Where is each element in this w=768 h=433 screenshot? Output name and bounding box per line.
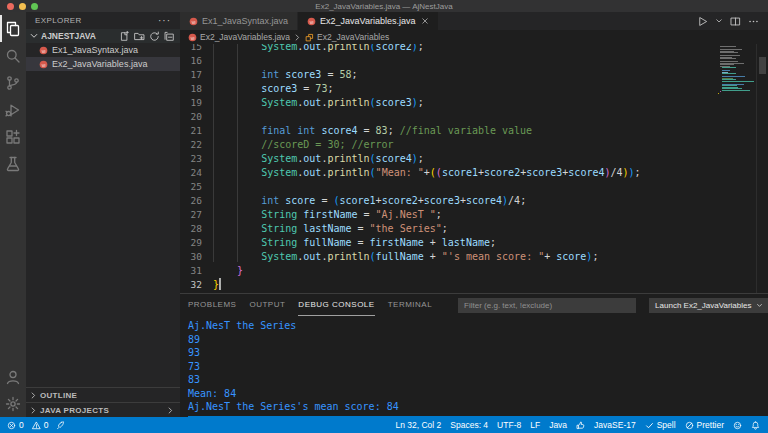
- status-indentation[interactable]: Spaces: 4: [450, 420, 488, 430]
- status-feedback[interactable]: [733, 421, 742, 430]
- line-content: [202, 54, 213, 68]
- line-number: 18: [180, 82, 202, 96]
- code-line: 30 System.out.println(fullName + "'s mea…: [180, 250, 768, 264]
- line-number: 21: [180, 124, 202, 138]
- console-lines: Aj.NesT the Series89937383Mean: 84Aj.Nes…: [188, 319, 768, 414]
- panel-tab-terminal[interactable]: TERMINAL: [388, 294, 432, 316]
- code-line: 22 //scoreD = 30; //error: [180, 138, 768, 152]
- status-warnings[interactable]: 0: [32, 420, 49, 430]
- breadcrumb[interactable]: Ex2_JavaVariables.javaEx2_JavaVariables: [180, 30, 768, 44]
- file-row[interactable]: Ex2_JavaVariables.java: [26, 57, 180, 71]
- testing-icon: [5, 156, 21, 172]
- explorer-header: EXPLORER ···: [26, 12, 180, 29]
- line-content: System.out.println(fullName + "'s mean s…: [202, 250, 598, 264]
- status-java-runtime[interactable]: JavaSE-17: [594, 420, 636, 430]
- editor-tab[interactable]: Ex2_JavaVariables.java: [298, 12, 439, 30]
- explorer-more-actions-button[interactable]: ···: [158, 15, 171, 26]
- status-encoding[interactable]: UTF-8: [497, 420, 521, 430]
- debug-console-output[interactable]: Aj.NesT the Series89937383Mean: 84Aj.Nes…: [180, 316, 768, 417]
- status-spell-checker[interactable]: Spell: [645, 420, 676, 430]
- activity-source-control[interactable]: [0, 69, 26, 96]
- line-number: 25: [180, 180, 202, 194]
- indent-guide: [237, 44, 238, 262]
- minimap[interactable]: [716, 46, 754, 94]
- status-end-of-line[interactable]: LF: [530, 420, 540, 430]
- status-label: Spaces: 4: [450, 420, 488, 430]
- activity-settings[interactable]: [0, 390, 26, 417]
- console-line: 93: [188, 346, 768, 360]
- status-bar-left: 00: [0, 420, 65, 430]
- run-dropdown-button[interactable]: [715, 17, 723, 25]
- status-notifications[interactable]: [751, 421, 760, 430]
- console-line: 89: [188, 333, 768, 347]
- status-language-mode[interactable]: Java: [549, 420, 567, 430]
- workbench: EXPLORER ··· AJNESTJAVA Ex1_JavaSyntax.j…: [0, 12, 768, 417]
- more-actions-button[interactable]: [748, 16, 759, 27]
- breadcrumb-item[interactable]: Ex2_JavaVariables: [317, 32, 389, 42]
- collapse-folders-button[interactable]: [164, 31, 175, 42]
- chevron-right-icon[interactable]: [166, 406, 175, 415]
- gear-icon: [5, 396, 21, 412]
- line-content: int score3 = 58;: [202, 68, 358, 82]
- status-label: Prettier: [697, 420, 724, 430]
- launch-configuration-dropdown[interactable]: Launch Ex2_JavaVariables: [649, 298, 768, 313]
- console-line: 73: [188, 360, 768, 374]
- error-icon: [7, 421, 16, 430]
- activity-search[interactable]: [0, 42, 26, 69]
- status-prettier[interactable]: Prettier: [685, 420, 724, 430]
- line-content: System.out.println(score2);: [202, 44, 424, 54]
- activity-accounts[interactable]: [0, 363, 26, 390]
- line-number: 28: [180, 222, 202, 236]
- tab-close-icon[interactable]: [421, 17, 429, 25]
- code-line: 25: [180, 180, 768, 194]
- breadcrumb-item[interactable]: Ex2_JavaVariables.java: [200, 32, 290, 42]
- code-line: 29 String fullName = firstName + lastNam…: [180, 236, 768, 250]
- chevron-down-icon: [29, 31, 39, 41]
- activity-run-and-debug[interactable]: [0, 96, 26, 123]
- code-line: 17 int score3 = 58;: [180, 68, 768, 82]
- thumbsup-icon: [576, 421, 585, 430]
- sidebar-section-outline[interactable]: OUTLINE: [26, 387, 180, 402]
- line-content: }: [202, 264, 243, 278]
- line-number: 29: [180, 236, 202, 250]
- editor-scrollbar[interactable]: [759, 57, 766, 74]
- status-java-status[interactable]: [56, 421, 65, 430]
- file-row[interactable]: Ex1_JavaSyntax.java: [26, 43, 180, 57]
- activity-extensions[interactable]: [0, 123, 26, 150]
- new-file-button[interactable]: [119, 31, 130, 42]
- console-filter-input[interactable]: [458, 298, 636, 313]
- panel-tab-debug-console[interactable]: DEBUG CONSOLE: [298, 294, 374, 316]
- status-errors[interactable]: 0: [7, 420, 24, 430]
- panel-tab-problems[interactable]: PROBLEMS: [188, 294, 236, 316]
- java-file-icon: [307, 17, 316, 26]
- activity-testing[interactable]: [0, 150, 26, 177]
- code-line: 18 score3 = 73;: [180, 82, 768, 96]
- rocket-icon: [56, 421, 65, 430]
- status-java-language-status[interactable]: [576, 421, 585, 430]
- code-line: 20: [180, 110, 768, 124]
- indent-guide: [213, 44, 214, 262]
- refresh-explorer-button[interactable]: [149, 31, 160, 42]
- files-icon: [5, 21, 21, 37]
- sidebar-section-java-projects[interactable]: JAVA PROJECTS: [26, 402, 180, 417]
- chevron-down-icon: [756, 302, 763, 309]
- run-java-button[interactable]: [697, 16, 708, 27]
- section-label: OUTLINE: [40, 391, 77, 400]
- feedback-icon: [733, 421, 742, 430]
- activity-explorer[interactable]: [0, 15, 26, 42]
- line-number: 31: [180, 264, 202, 278]
- status-cursor-position[interactable]: Ln 32, Col 2: [395, 420, 441, 430]
- line-content: [202, 180, 213, 194]
- account-icon: [5, 369, 21, 385]
- workspace-folder-row[interactable]: AJNESTJAVA: [26, 29, 180, 43]
- code-editor[interactable]: 15 System.out.println(score2);1617 int s…: [180, 44, 768, 293]
- launch-configuration-label: Launch Ex2_JavaVariables: [655, 301, 751, 310]
- activity-bar-bottom: [0, 363, 26, 417]
- split-editor-button[interactable]: [730, 16, 741, 27]
- workspace-folder-label: AJNESTJAVA: [41, 31, 96, 41]
- line-content: System.out.println("Mean: "+((score1+sco…: [202, 166, 641, 180]
- code-line: 32}: [180, 278, 768, 292]
- panel-tab-output[interactable]: OUTPUT: [249, 294, 285, 316]
- new-folder-button[interactable]: [134, 31, 145, 42]
- editor-tab[interactable]: Ex1_JavaSyntax.java: [180, 12, 298, 30]
